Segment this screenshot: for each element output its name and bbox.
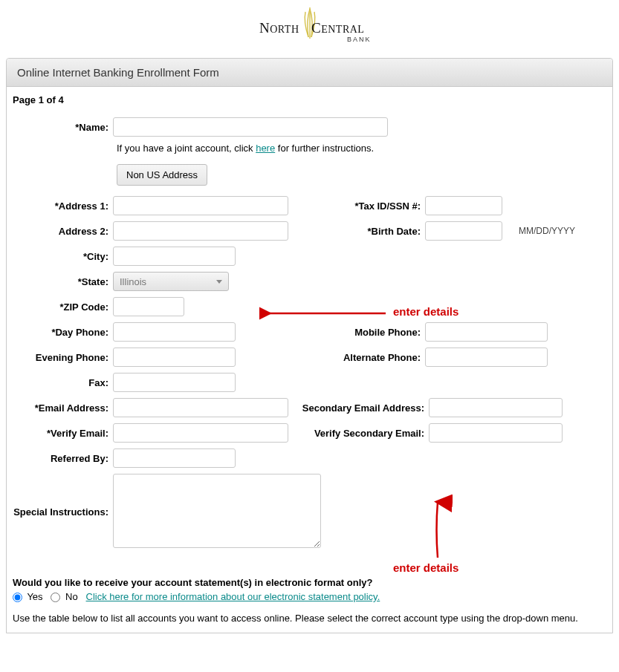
name-label: *Name: bbox=[13, 122, 113, 133]
svg-text:NORTH: NORTH bbox=[259, 20, 299, 36]
accounts-table-instruction: Use the table below to list all accounts… bbox=[7, 608, 612, 633]
referred-label: Referred By: bbox=[13, 453, 113, 464]
bank-logo: NORTH CENTRAL BANK bbox=[236, 7, 384, 49]
svg-text:CENTRAL: CENTRAL bbox=[311, 20, 364, 36]
radio-no[interactable] bbox=[51, 593, 60, 602]
logo: NORTH CENTRAL BANK bbox=[0, 0, 619, 52]
evening-phone-label: Evening Phone: bbox=[13, 352, 113, 363]
city-input[interactable] bbox=[113, 247, 236, 266]
fax-input[interactable] bbox=[113, 373, 236, 392]
evening-phone-input[interactable] bbox=[113, 348, 236, 367]
email-label: *Email Address: bbox=[13, 402, 113, 414]
email-input[interactable] bbox=[113, 398, 288, 417]
verify-email-input[interactable] bbox=[113, 423, 288, 443]
enrollment-panel: Online Internet Banking Enrollment Form … bbox=[6, 58, 613, 633]
address2-input[interactable] bbox=[113, 221, 288, 241]
secondary-email-input[interactable] bbox=[429, 398, 563, 417]
referred-input[interactable] bbox=[113, 448, 236, 468]
name-input[interactable] bbox=[113, 117, 388, 137]
verify-email-label: *Verify Email: bbox=[13, 428, 113, 439]
joint-here-link[interactable]: here bbox=[256, 143, 275, 154]
radio-no-text: No bbox=[65, 591, 78, 602]
zip-input[interactable] bbox=[113, 297, 184, 316]
svg-text:BANK: BANK bbox=[347, 36, 372, 43]
non-us-address-button[interactable]: Non US Address bbox=[117, 164, 207, 186]
mobile-label: Mobile Phone: bbox=[291, 327, 425, 338]
radio-yes[interactable] bbox=[13, 593, 22, 602]
radio-yes-label[interactable]: Yes bbox=[13, 591, 43, 602]
verify-secondary-label: Verify Secondary Email: bbox=[299, 428, 429, 439]
special-label: Special Instructions: bbox=[13, 506, 113, 518]
alternate-input[interactable] bbox=[425, 348, 548, 367]
state-select[interactable]: Illinois bbox=[113, 272, 229, 291]
birth-label: *Birth Date: bbox=[291, 226, 425, 237]
chevron-down-icon bbox=[216, 280, 222, 284]
joint-account-note: If you have a joint account, click here … bbox=[117, 143, 606, 154]
page-indicator: Page 1 of 4 bbox=[7, 87, 612, 117]
policy-link[interactable]: Click here for more information about ou… bbox=[86, 591, 380, 602]
radio-no-label[interactable]: No bbox=[51, 591, 77, 602]
radio-yes-text: Yes bbox=[27, 591, 42, 602]
joint-note-post: for further instructions. bbox=[275, 143, 374, 154]
day-phone-input[interactable] bbox=[113, 322, 236, 342]
state-label: *State: bbox=[13, 276, 113, 287]
fax-label: Fax: bbox=[13, 377, 113, 388]
estatement-question: Would you like to receive your account s… bbox=[7, 564, 612, 591]
address1-label: *Address 1: bbox=[13, 200, 113, 212]
verify-secondary-input[interactable] bbox=[429, 423, 563, 443]
alternate-label: Alternate Phone: bbox=[291, 352, 425, 363]
panel-title: Online Internet Banking Enrollment Form bbox=[7, 59, 612, 87]
secondary-email-label: Secondary Email Address: bbox=[299, 402, 429, 414]
mobile-input[interactable] bbox=[425, 322, 548, 342]
joint-note-pre: If you have a joint account, click bbox=[117, 143, 256, 154]
birth-hint: MM/DD/YYYY bbox=[514, 226, 606, 236]
birth-input[interactable] bbox=[425, 221, 502, 241]
estatement-radios: Yes No Click here for more information a… bbox=[7, 591, 612, 608]
form-area: *Name: If you have a joint account, clic… bbox=[7, 117, 612, 564]
tax-input[interactable] bbox=[425, 196, 502, 215]
state-value: Illinois bbox=[120, 276, 146, 287]
tax-label: *Tax ID/SSN #: bbox=[291, 200, 425, 212]
address2-label: Address 2: bbox=[13, 226, 113, 237]
address1-input[interactable] bbox=[113, 196, 288, 215]
zip-label: *ZIP Code: bbox=[13, 301, 113, 313]
city-label: *City: bbox=[13, 251, 113, 262]
day-phone-label: *Day Phone: bbox=[13, 327, 113, 338]
special-instructions-textarea[interactable] bbox=[113, 474, 321, 548]
